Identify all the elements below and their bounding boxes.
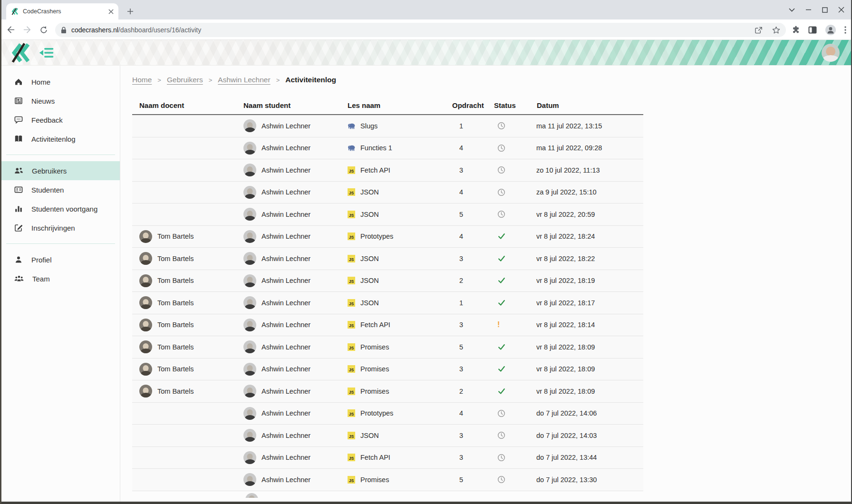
sidebar: HomeNieuwsFeedbackActiviteitenlogGebruik… (1, 66, 120, 502)
breadcrumb-link[interactable]: Gebruikers (167, 76, 203, 84)
student-name: Ashwin Lechner (261, 321, 310, 329)
sidebar-collapse-icon[interactable] (39, 47, 55, 59)
datum-value: ma 11 jul 2022, 09:28 (536, 144, 602, 152)
opdracht-cell: 4 (445, 144, 487, 152)
table-header-row: Naam docentNaam studentLes naamOpdrachtS… (132, 101, 643, 115)
student-avatar (243, 473, 256, 486)
column-header: Opdracht (445, 101, 487, 109)
bookmark-star-icon[interactable] (772, 26, 780, 34)
sidebar-item-studenten-voortgang[interactable]: Studenten voortgang (1, 199, 120, 218)
student-avatar (243, 274, 256, 287)
breadcrumb-separator: > (276, 77, 280, 84)
datum-value: do 7 jul 2022, 14:06 (536, 409, 597, 417)
url-domain: codecrashers.nl (71, 26, 118, 34)
docent-name: Tom Bartels (157, 343, 194, 351)
javascript-icon: JS (348, 166, 355, 174)
forward-icon[interactable] (23, 25, 32, 34)
opdracht-cell: 3 (445, 432, 487, 439)
status-cell (487, 299, 530, 307)
tab-close-icon[interactable] (108, 9, 114, 14)
extensions-puzzle-icon[interactable] (792, 26, 800, 34)
lesson-name: Fetch API (360, 321, 390, 329)
opdracht-cell: 3 (445, 166, 487, 174)
sidebar-item-studenten[interactable]: Studenten (1, 180, 120, 199)
window-minimize-button[interactable] (805, 7, 812, 13)
javascript-icon: JS (348, 299, 355, 307)
student-name: Ashwin Lechner (261, 233, 310, 240)
datum-cell: vr 8 jul 2022, 18:22 (530, 255, 643, 262)
reload-icon[interactable] (39, 26, 48, 34)
opdracht-cell: 4 (445, 409, 487, 417)
javascript-icon: JS (348, 388, 355, 395)
opdracht-value: 5 (459, 476, 463, 484)
url-input[interactable]: codecrashers.nl/dashboard/users/16/activ… (55, 23, 786, 37)
avatar (245, 493, 258, 498)
docent-avatar (139, 296, 152, 309)
status-cell (487, 188, 530, 196)
lesson-name: Promises (360, 365, 389, 373)
window-close-button[interactable] (838, 7, 844, 13)
sidebar-item-inschrijvingen[interactable]: Inschrijvingen (1, 218, 120, 237)
lesson-name: Promises (360, 343, 389, 351)
datum-value: vr 8 jul 2022, 18:17 (536, 299, 595, 307)
sidebar-item-nieuws[interactable]: Nieuws (1, 91, 120, 110)
clock-status-icon (497, 166, 505, 174)
lesson-name: JSON (360, 299, 379, 307)
sidebar-divider (6, 155, 115, 155)
student-name: Ashwin Lechner (261, 144, 310, 152)
tab-search-chevron-icon[interactable] (789, 8, 795, 12)
datum-cell: za 9 jul 2022, 15:10 (530, 188, 643, 196)
breadcrumb-link[interactable]: Home (132, 76, 152, 84)
datum-value: vr 8 jul 2022, 18:19 (536, 277, 595, 284)
codecrashers-logo-icon[interactable] (10, 42, 31, 63)
student-name: Ashwin Lechner (261, 476, 310, 484)
datum-value: vr 8 jul 2022, 18:14 (536, 321, 595, 329)
javascript-icon: JS (348, 476, 355, 484)
datum-cell: vr 8 jul 2022, 18:24 (530, 233, 643, 240)
window-maximize-button[interactable] (822, 7, 828, 13)
column-header: Naam student (236, 101, 340, 109)
datum-cell: vr 8 jul 2022, 18:09 (530, 343, 643, 351)
id-card-icon (14, 185, 23, 194)
sidebar-item-profiel[interactable]: Profiel (1, 250, 120, 269)
window-bottom-frame (1, 502, 851, 504)
opdracht-cell: 4 (445, 188, 487, 196)
share-icon[interactable] (755, 26, 763, 34)
browser-tab[interactable]: CodeCrashers (6, 3, 118, 19)
sidebar-divider (6, 243, 115, 244)
sidebar-item-label: Feedback (31, 116, 63, 124)
url-text: codecrashers.nl/dashboard/users/16/activ… (71, 26, 755, 34)
sidebar-item-feedback[interactable]: Feedback (1, 110, 120, 129)
opdracht-cell: 3 (445, 454, 487, 461)
sidebar-item-activiteitenlog[interactable]: Activiteitenlog (1, 129, 120, 148)
lesson-cell: JSJSON (340, 299, 445, 307)
docent-name: Tom Bartels (157, 255, 194, 262)
opdracht-cell: 2 (445, 388, 487, 395)
new-tab-button[interactable] (124, 5, 136, 18)
browser-profile-icon[interactable] (825, 24, 836, 36)
opdracht-cell: 1 (445, 122, 487, 130)
student-name: Ashwin Lechner (261, 432, 310, 439)
student-avatar (243, 230, 256, 243)
check-status-icon (497, 343, 506, 351)
docent-cell: Tom Bartels (132, 340, 236, 353)
docent-cell: Tom Bartels (132, 385, 236, 397)
header-user-avatar[interactable] (822, 44, 840, 62)
sidebar-item-home[interactable]: Home (1, 72, 120, 91)
opdracht-value: 5 (459, 211, 463, 218)
table-row: Tom BartelsAshwin LechnerJSJSON3vr 8 jul… (132, 248, 643, 270)
student-cell: Ashwin Lechner (236, 385, 340, 397)
opdracht-value: 5 (459, 343, 463, 351)
breadcrumb-link[interactable]: Ashwin Lechner (218, 76, 270, 84)
lock-icon[interactable] (61, 27, 67, 34)
url-path: /dashboard/users/16/activity (118, 26, 201, 34)
menu-dots-icon[interactable] (844, 26, 846, 34)
status-cell (487, 475, 530, 484)
home-icon (14, 77, 23, 87)
sidebar-item-gebruikers[interactable]: Gebruikers (1, 161, 120, 180)
side-panel-icon[interactable] (808, 26, 817, 34)
student-cell: Ashwin Lechner (236, 119, 340, 132)
datum-cell: do 7 jul 2022, 14:03 (530, 432, 643, 439)
back-icon[interactable] (6, 25, 15, 34)
sidebar-item-team[interactable]: Team (1, 269, 120, 288)
